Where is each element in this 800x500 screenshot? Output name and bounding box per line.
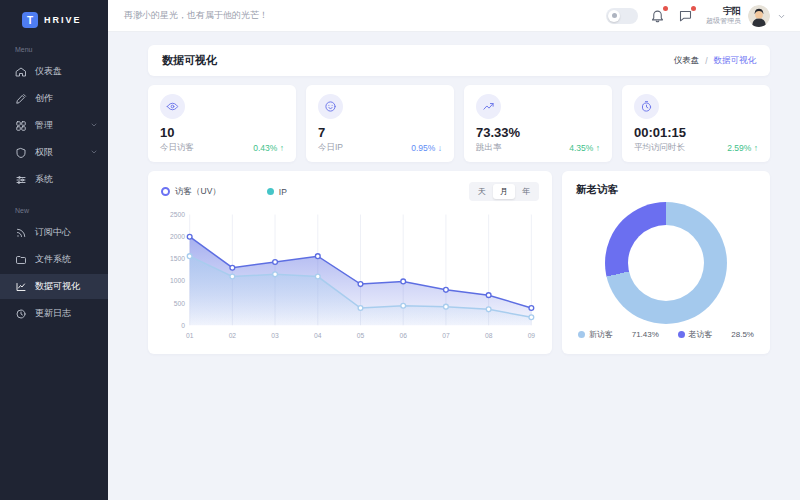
svg-text:1000: 1000	[170, 277, 185, 284]
legend-value: 71.43%	[632, 330, 659, 339]
legend-new-visitors[interactable]: 新访客	[578, 329, 613, 340]
sidebar-item-files[interactable]: 文件系统	[0, 247, 108, 272]
radio-selected-icon	[161, 187, 170, 196]
period-segmented-control: 天 月 年	[469, 182, 539, 201]
sidebar-item-label: 管理	[35, 119, 53, 132]
sidebar-item-label: 数据可视化	[35, 280, 80, 293]
sidebar-item-label: 创作	[35, 92, 53, 105]
legend-label: 老访客	[689, 329, 713, 340]
sidebar-item-create[interactable]: 创作	[0, 86, 108, 111]
svg-text:08: 08	[485, 332, 493, 339]
period-year-button[interactable]: 年	[515, 184, 537, 199]
sidebar-item-system[interactable]: 系统	[0, 167, 108, 192]
stat-label: 跳出率	[476, 142, 502, 154]
sidebar-item-label: 更新日志	[35, 307, 71, 320]
stat-card-ip: 7 今日IP 0.95% ↓	[306, 85, 454, 162]
sidebar-item-data-visualization[interactable]: 数据可视化	[0, 274, 108, 299]
sidebar-item-dashboard[interactable]: 仪表盘	[0, 59, 108, 84]
shield-icon	[15, 147, 27, 159]
stat-delta: 0.43% ↑	[253, 143, 284, 153]
legend-value: 28.5%	[731, 330, 754, 339]
chevron-down-icon	[777, 7, 786, 25]
stat-card-visitors: 10 今日访客 0.43% ↑	[148, 85, 296, 162]
svg-text:07: 07	[442, 332, 450, 339]
page-title: 数据可视化	[162, 53, 217, 68]
breadcrumb: 仪表盘 / 数据可视化	[674, 55, 756, 67]
chevron-down-icon	[90, 121, 98, 131]
svg-text:1500: 1500	[170, 255, 185, 262]
app-root: T HRIVE Menu 仪表盘 创作 管理 权限 系统 New	[0, 0, 800, 500]
period-month-button[interactable]: 月	[493, 184, 515, 199]
sidebar-item-label: 系统	[35, 173, 53, 186]
radio-label: IP	[279, 187, 287, 197]
stat-value: 00:01:15	[634, 125, 758, 140]
radio-label: 访客（UV）	[175, 186, 221, 198]
topbar-motto: 再渺小的星光，也有属于他的光芒！	[124, 9, 268, 22]
svg-text:05: 05	[357, 332, 365, 339]
theme-toggle[interactable]	[606, 8, 638, 24]
sidebar-section-new: New	[15, 207, 108, 214]
series-toggle-group: 访客（UV） IP	[161, 186, 287, 198]
legend-label: 新访客	[589, 329, 613, 340]
stat-delta: 4.35% ↑	[569, 143, 600, 153]
stat-label: 平均访问时长	[634, 142, 685, 154]
message-badge	[691, 6, 696, 11]
stat-value: 73.33%	[476, 125, 600, 140]
radio-uv[interactable]: 访客（UV）	[161, 186, 221, 198]
legend-old-visitors[interactable]: 老访客	[678, 329, 713, 340]
svg-text:2000: 2000	[170, 233, 185, 240]
stat-card-avg-duration: 00:01:15 平均访问时长 2.59% ↑	[622, 85, 770, 162]
notifications-button[interactable]	[650, 8, 666, 24]
uv-ip-chart-card: 访客（UV） IP 天 月 年 0500	[148, 171, 552, 354]
visitor-donut-chart	[605, 202, 727, 324]
page-header: 数据可视化 仪表盘 / 数据可视化	[148, 45, 770, 76]
smiley-icon	[318, 94, 343, 119]
stat-cards-row: 10 今日访客 0.43% ↑ 7 今日IP 0.95% ↓	[148, 85, 770, 162]
logo-icon: T	[22, 12, 38, 28]
arrow-up-icon: ↑	[596, 143, 600, 153]
user-menu[interactable]: 宇阳 超级管理员	[706, 5, 786, 27]
svg-text:09: 09	[528, 332, 536, 339]
donut-chart-title: 新老访客	[576, 183, 756, 197]
stat-delta: 2.59% ↑	[727, 143, 758, 153]
svg-text:01: 01	[186, 332, 194, 339]
period-day-button[interactable]: 天	[471, 184, 493, 199]
edit-icon	[15, 93, 27, 105]
breadcrumb-dashboard[interactable]: 仪表盘	[674, 55, 700, 67]
uv-ip-area-chart: 05001000150020002500010203040506070809	[161, 205, 539, 348]
user-role: 超级管理员	[706, 17, 741, 26]
sidebar-section-menu: Menu	[15, 46, 108, 53]
messages-button[interactable]	[678, 8, 694, 24]
sidebar-item-label: 仪表盘	[35, 65, 62, 78]
svg-text:03: 03	[271, 332, 279, 339]
breadcrumb-separator: /	[705, 56, 707, 66]
svg-text:04: 04	[314, 332, 322, 339]
sidebar-item-label: 订阅中心	[35, 226, 71, 239]
clock-icon	[15, 308, 27, 320]
arrow-up-icon: ↑	[280, 143, 284, 153]
stat-value: 7	[318, 125, 442, 140]
stat-delta: 0.95% ↓	[411, 143, 442, 153]
notification-badge	[663, 6, 668, 11]
stat-card-bounce-rate: 73.33% 跳出率 4.35% ↑	[464, 85, 612, 162]
sliders-icon	[15, 174, 27, 186]
apps-icon	[15, 120, 27, 132]
user-name: 宇阳	[706, 6, 741, 17]
svg-text:500: 500	[174, 300, 185, 307]
chart-icon	[15, 281, 27, 293]
donut-legend: 新访客 71.43% 老访客 28.5%	[576, 329, 756, 342]
radio-ip[interactable]: IP	[267, 187, 287, 197]
sidebar-item-manage[interactable]: 管理	[0, 113, 108, 138]
breadcrumb-current[interactable]: 数据可视化	[714, 55, 757, 67]
rss-icon	[15, 227, 27, 239]
sidebar-item-permissions[interactable]: 权限	[0, 140, 108, 165]
sidebar-item-changelog[interactable]: 更新日志	[0, 301, 108, 326]
sidebar-item-subscriptions[interactable]: 订阅中心	[0, 220, 108, 245]
sidebar-item-label: 文件系统	[35, 253, 71, 266]
svg-text:06: 06	[400, 332, 408, 339]
svg-text:0: 0	[181, 322, 185, 329]
sidebar: T HRIVE Menu 仪表盘 创作 管理 权限 系统 New	[0, 0, 108, 500]
arrow-down-icon: ↓	[438, 143, 442, 153]
stat-value: 10	[160, 125, 284, 140]
stat-label: 今日IP	[318, 142, 343, 154]
